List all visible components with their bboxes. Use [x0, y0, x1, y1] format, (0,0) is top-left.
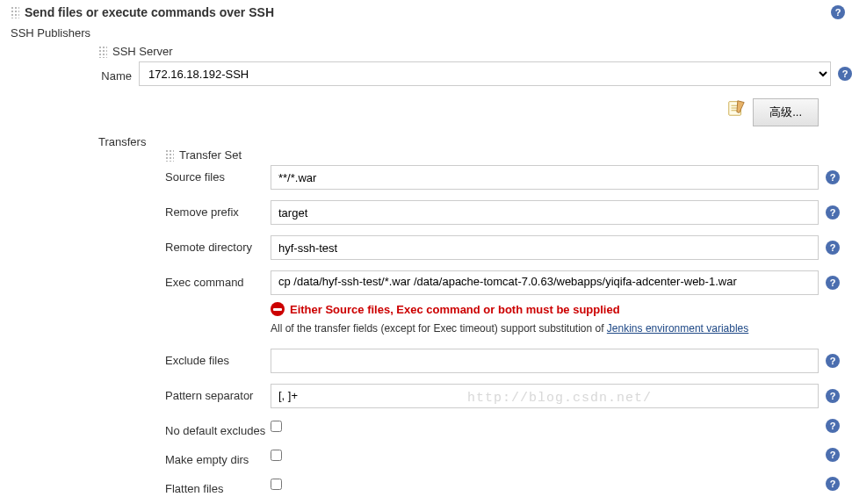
flatten-files-checkbox[interactable] [271, 479, 282, 490]
exec-command-input[interactable] [271, 270, 819, 295]
transfer-set-title: Transfer Set [179, 148, 242, 162]
ssh-publishers-label: SSH Publishers [0, 23, 852, 43]
section-title: Send files or execute commands over SSH [25, 5, 274, 19]
remove-prefix-input[interactable] [271, 200, 819, 225]
ssh-server-title: SSH Server [112, 45, 173, 58]
remove-prefix-label: Remove prefix [165, 200, 271, 219]
exclude-files-label: Exclude files [165, 349, 271, 367]
make-empty-dirs-label: Make empty dirs [165, 448, 271, 466]
pattern-separator-input[interactable] [271, 384, 819, 408]
help-icon[interactable]: ? [838, 67, 852, 81]
flatten-files-label: Flatten files [165, 477, 271, 495]
pattern-separator-label: Pattern separator [165, 384, 271, 402]
server-name-label: Name [98, 66, 139, 83]
exclude-files-input[interactable] [271, 349, 819, 373]
help-icon[interactable]: ? [826, 389, 840, 403]
error-text: Either Source files, Exec command or bot… [290, 303, 620, 316]
drag-handle-icon[interactable] [98, 46, 107, 58]
help-icon[interactable]: ? [826, 241, 840, 255]
help-icon[interactable]: ? [826, 354, 840, 368]
notepad-icon[interactable] [726, 98, 746, 118]
no-default-excludes-label: No default excludes [165, 419, 271, 437]
help-icon[interactable]: ? [826, 448, 840, 462]
remote-directory-input[interactable] [271, 235, 819, 260]
help-icon[interactable]: ? [826, 205, 840, 220]
drag-handle-icon[interactable] [11, 6, 19, 18]
make-empty-dirs-checkbox[interactable] [271, 450, 282, 461]
help-icon[interactable]: ? [831, 5, 845, 19]
exec-command-label: Exec command [165, 270, 271, 289]
server-name-select[interactable]: 172.16.18.192-SSH [139, 61, 831, 86]
transfers-label: Transfers [98, 135, 155, 148]
hint-text: All of the transfer fields (except for E… [271, 321, 833, 336]
source-files-input[interactable] [271, 165, 819, 190]
source-files-label: Source files [165, 165, 271, 184]
no-default-excludes-checkbox[interactable] [271, 421, 282, 432]
help-icon[interactable]: ? [826, 419, 840, 433]
help-icon[interactable]: ? [826, 170, 840, 184]
help-icon[interactable]: ? [826, 276, 840, 290]
advanced-button[interactable]: 高级... [753, 98, 819, 126]
help-icon[interactable]: ? [826, 477, 840, 491]
remote-directory-label: Remote directory [165, 235, 271, 254]
drag-handle-icon[interactable] [165, 149, 174, 162]
jenkins-env-link[interactable]: Jenkins environment variables [607, 322, 748, 335]
error-icon [271, 302, 285, 316]
